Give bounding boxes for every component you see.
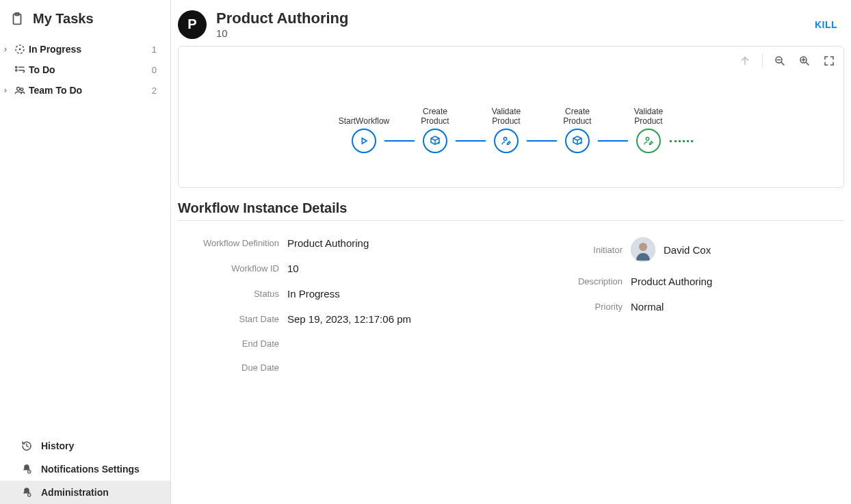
workflow-step-create-product[interactable]: Create Product [414, 105, 456, 153]
field-value: Product Authoring [287, 237, 369, 249]
separator [762, 54, 763, 68]
todo-icon [11, 64, 29, 76]
main-content: P Product Authoring 10 KILL [171, 0, 851, 504]
field-value: 10 [287, 263, 299, 274]
field-value: Sep 19, 2023, 12:17:06 pm [287, 313, 411, 325]
field-label: End Date [178, 339, 287, 349]
sidebar-item-label: In Progress [29, 44, 152, 55]
sidebar-footer-administration[interactable]: Administration [0, 481, 170, 504]
workflow-steps: StartWorkflow Create Product Validate Pr… [343, 105, 693, 153]
svg-line-15 [781, 63, 784, 66]
sidebar-item-team-to-do[interactable]: › Team To Do 2 [0, 80, 170, 101]
team-icon [11, 84, 29, 96]
field-label: Initiator [521, 245, 631, 255]
step-label: Validate Product [485, 105, 527, 126]
field-label: Status [178, 289, 287, 299]
sidebar-item-count: 0 [152, 65, 165, 75]
chevron-right-icon: › [0, 85, 11, 95]
person-edit-icon [636, 129, 661, 153]
bell-gear-icon [19, 463, 34, 475]
kill-button[interactable]: KILL [808, 15, 844, 34]
divider [178, 220, 844, 221]
field-label: Due Date [178, 362, 287, 373]
zoom-out-icon[interactable] [772, 53, 787, 68]
field-start-date: Start Date Sep 19, 2023, 12:17:06 pm [178, 306, 501, 332]
field-label: Priority [521, 302, 631, 312]
field-value: Product Authoring [631, 276, 712, 287]
sidebar-footer-label: Notifications Settings [41, 464, 140, 475]
field-label: Description [521, 276, 631, 287]
sidebar-footer-label: History [41, 440, 74, 451]
play-icon [352, 129, 376, 153]
workflow-title: Product Authoring [216, 10, 808, 27]
workflow-diagram: StartWorkflow Create Product Validate Pr… [178, 46, 844, 188]
sidebar-footer-label: Administration [41, 487, 109, 498]
workflow-id: 10 [216, 27, 808, 39]
field-priority: Priority Normal [521, 294, 844, 319]
sidebar: My Tasks › In Progress 1 T [0, 0, 171, 504]
sidebar-footer-history[interactable]: History [0, 434, 170, 457]
sidebar-items: › In Progress 1 To Do 0 [0, 35, 170, 434]
field-value: David Cox [631, 237, 711, 262]
svg-line-18 [806, 63, 809, 66]
svg-point-22 [646, 137, 649, 141]
svg-point-6 [16, 70, 17, 71]
field-status: Status In Progress [178, 281, 501, 306]
connector [385, 129, 414, 153]
field-label: Start Date [178, 314, 287, 324]
workflow-step-validate-product[interactable]: Validate Product [485, 105, 527, 153]
history-icon [19, 440, 34, 452]
sidebar-item-to-do[interactable]: To Do 0 [0, 59, 170, 80]
sidebar-footer: History Notifications Settings Adminis [0, 434, 170, 504]
step-label: Validate Product [627, 105, 670, 126]
field-description: Description Product Authoring [521, 269, 844, 294]
field-workflow-id: Workflow ID 10 [178, 256, 501, 281]
connector-dotted [670, 129, 693, 153]
bell-gear-icon [19, 486, 34, 499]
svg-point-24 [639, 243, 647, 251]
svg-point-3 [19, 49, 21, 51]
workflow-title-block: Product Authoring 10 [216, 10, 808, 39]
details-section-title: Workflow Instance Details [178, 200, 844, 216]
connector [599, 129, 627, 153]
svg-point-21 [503, 137, 507, 141]
sidebar-item-label: Team To Do [29, 85, 152, 96]
expand-icon[interactable] [822, 53, 837, 68]
details-col-right: Initiator David Cox Description Product … [521, 230, 844, 380]
sidebar-title: My Tasks [33, 11, 94, 27]
sidebar-item-in-progress[interactable]: › In Progress 1 [0, 39, 170, 59]
svg-point-4 [16, 66, 17, 68]
field-value: In Progress [287, 288, 340, 300]
field-due-date: Due Date [178, 356, 501, 380]
diagram-toolbar [737, 53, 837, 68]
connector [456, 129, 485, 153]
svg-point-9 [21, 88, 23, 91]
chevron-right-icon: › [0, 44, 11, 54]
progress-icon [11, 43, 29, 55]
initiator-avatar [631, 237, 655, 262]
arrow-up-icon[interactable] [737, 53, 752, 68]
workflow-step-start[interactable]: StartWorkflow [343, 105, 385, 153]
details-col-left: Workflow Definition Product Authoring Wo… [178, 230, 501, 380]
step-label: StartWorkflow [339, 105, 389, 126]
sidebar-footer-notifications[interactable]: Notifications Settings [0, 457, 170, 481]
svg-point-11 [29, 471, 30, 473]
step-label: Create Product [414, 105, 456, 126]
connector [527, 129, 556, 153]
clipboard-icon [10, 12, 25, 27]
field-workflow-definition: Workflow Definition Product Authoring [178, 230, 501, 256]
box-plus-icon [423, 129, 447, 153]
person-edit-icon [494, 129, 519, 153]
sidebar-item-count: 1 [152, 44, 165, 55]
zoom-in-icon[interactable] [797, 53, 812, 68]
sidebar-item-label: To Do [29, 64, 152, 75]
svg-point-8 [17, 88, 21, 91]
workflow-step-create-product[interactable]: Create Product [556, 105, 599, 153]
field-end-date: End Date [178, 332, 501, 356]
details-grid: Workflow Definition Product Authoring Wo… [178, 230, 844, 380]
svg-point-13 [29, 494, 30, 496]
workflow-step-validate-product[interactable]: Validate Product [627, 105, 670, 153]
sidebar-header: My Tasks [0, 0, 170, 35]
step-label: Create Product [556, 105, 599, 126]
workflow-header: P Product Authoring 10 KILL [178, 5, 844, 46]
